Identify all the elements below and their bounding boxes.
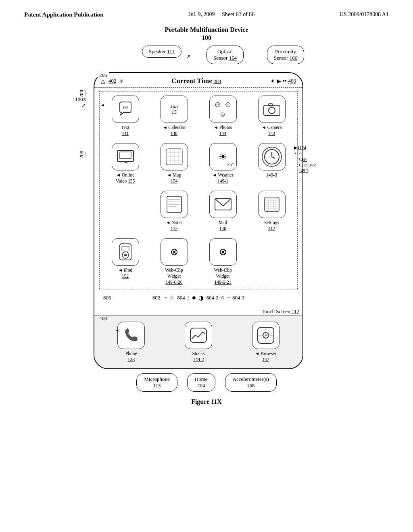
weather-app-label: ◄ Weather149-1 — [212, 172, 233, 184]
webclip1-icon-shape: ⊗ — [161, 238, 188, 266]
label-804-2: 804-2 — [206, 295, 218, 301]
app-map[interactable]: ◄ Map154 — [151, 141, 197, 186]
optical-label: OpticalSensor 164 — [213, 48, 237, 61]
video-app-label: ◄ OnlineVideo 155 — [116, 172, 135, 184]
map-app-label: ◄ Map154 — [167, 172, 181, 184]
notes-icon-shape — [161, 191, 188, 218]
indicator-circle-filled: ● — [192, 293, 196, 302]
webclip1-x-icon: ⊗ — [170, 246, 178, 258]
svg-rect-23 — [265, 197, 279, 212]
status-left-group: △ 402 ⌾ — [101, 78, 123, 85]
video-icon-shape — [112, 143, 139, 170]
status-402-label: 402 — [108, 78, 117, 84]
weather-sun-icon: ☀ — [219, 151, 227, 162]
phone-icon-shape — [117, 322, 145, 349]
app-clock[interactable]: ▶1124 + ·×-· 149-3 Cl4×Calculator149-3 — [248, 141, 295, 186]
stocks-app-label: Stocks149-2 — [192, 351, 205, 363]
indicator-tilde-right: ~ — [227, 295, 230, 301]
label-1100x-arrow: ↗ — [81, 102, 86, 109]
patent-sheet: Sheet 63 of 86 — [222, 11, 254, 17]
bracket-208-mid: 208 — [78, 151, 85, 159]
app-camera[interactable]: ◄ Camera143 — [248, 94, 295, 138]
figure-label: Figure 11X — [191, 398, 222, 405]
proximity-number: 166 — [290, 55, 298, 61]
camera-app-label: ◄ Camera143 — [261, 125, 282, 137]
webclip2-app-label: Web-ClipWidget149-6-21 — [214, 267, 232, 285]
map-icon-shape — [161, 143, 188, 170]
text-arrow: ◄ — [100, 103, 104, 107]
status-right-group: ✦ ▶ ▪▪ 406 — [270, 78, 296, 85]
dock-app-browser[interactable]: ◄ Browser147 — [251, 320, 280, 364]
speaker-number: 111 — [167, 48, 175, 54]
indicator-tilde-left: ~ — [164, 295, 167, 301]
device-frame: 206 △ 402 ⌾ Current Time 404 ✦ ▶ ▪▪ 406 — [94, 72, 303, 369]
app-calendar[interactable]: Jan15 ◄ Calendar148 — [151, 94, 197, 138]
label-804-1: 804-1 — [177, 295, 189, 301]
app-text[interactable]: IM Text141 ◄ — [102, 94, 148, 138]
settings-app-label: Settings412 — [264, 220, 279, 232]
microphone-sensor: Microphone113 — [136, 373, 177, 392]
app-online-video[interactable]: ◄ OnlineVideo 155 — [102, 141, 148, 186]
top-sensors-row: ↗ Speaker 111 OpticalSensor 164 Proximit… — [94, 46, 319, 68]
photos-app-label: ◄ Photos144 — [214, 125, 232, 137]
text-app-label: Text141 — [121, 125, 129, 137]
webclip2-icon-shape: ⊗ — [209, 238, 237, 266]
connector-arrow: ↗ — [186, 54, 190, 60]
app-weather[interactable]: ☀ 75° ◄ Weather149-1 — [200, 141, 246, 186]
mail-svg-icon — [214, 197, 232, 212]
camera-icon-shape — [258, 96, 286, 123]
dock-grid: Phone138 ◄ Stocks149-2 — [99, 320, 298, 364]
status-bar: △ 402 ⌾ Current Time 404 ✦ ▶ ▪▪ 406 — [94, 73, 302, 88]
device-frame-wrapper: 208 } 208 } 1100X ↗ 206 △ 402 ⌾ Current … — [94, 72, 319, 369]
mail-app-label: Mail140 — [219, 220, 227, 232]
proximity-sensor: ProximitySensor 166 — [267, 46, 304, 64]
chat-bubble-icon: IM — [117, 101, 133, 117]
bracket-208-mid-brace: } — [85, 151, 87, 157]
text-icon-shape: IM — [112, 96, 139, 123]
speaker-sensor: Speaker 111 — [142, 46, 181, 58]
svg-text:IM: IM — [123, 106, 127, 110]
weather-temp: 75° — [227, 162, 234, 168]
stocks-svg-icon — [190, 327, 207, 343]
app-settings[interactable]: Settings412 — [248, 189, 295, 233]
speaker-label: Speaker 111 — [149, 48, 175, 55]
camera-svg-icon — [263, 102, 281, 116]
optical-sensor: OpticalSensor 164 — [206, 46, 244, 64]
photos-icon-shape: ☺ ☺☺ — [209, 96, 237, 123]
svg-rect-5 — [120, 152, 131, 158]
notes-svg-icon — [165, 195, 183, 213]
mail-icon-shape — [209, 191, 237, 218]
browser-app-label: ◄ Browser147 — [255, 351, 276, 363]
proximity-label: ProximitySensor 166 — [274, 48, 297, 61]
phone-svg-icon — [123, 328, 139, 343]
app-webclip-1[interactable]: ⊗ Web-ClipWidget149-6-20 — [151, 237, 197, 287]
calculator-label: Cl4×Calculator149-3 — [299, 157, 316, 174]
label-1100x: 1100X — [73, 96, 87, 103]
app-ipod[interactable]: ◄ iPod152 — [102, 237, 148, 287]
ipod-app-label: ◄ iPod152 — [118, 267, 132, 279]
app-mail[interactable]: Mail140 — [200, 189, 246, 233]
app-grid: IM Text141 ◄ Jan15 ◄ Calendar148 — [99, 91, 298, 289]
status-signal-icon: △ — [101, 78, 105, 85]
app-webclip-2[interactable]: ⊗ Web-ClipWidget149-6-21 — [200, 237, 246, 287]
clock-icon-shape — [258, 143, 286, 170]
app-notes[interactable]: ◄ Notes153 — [151, 189, 197, 233]
app-photos[interactable]: ☺ ☺☺ ◄ Photos144 — [200, 94, 246, 138]
device-title: Portable Multifunction Device — [165, 26, 248, 33]
accelerometer-sensor: Accelerometer(s)168 — [225, 373, 277, 392]
browser-svg-icon — [257, 326, 275, 344]
svg-rect-40 — [122, 246, 129, 251]
dock-app-stocks[interactable]: Stocks149-2 — [184, 320, 213, 364]
label-804-3: 804-3 — [232, 295, 244, 301]
bluetooth-icon: ✦ — [270, 78, 275, 85]
webclip1-app-label: Web-ClipWidget149-6-20 — [165, 267, 183, 285]
patent-center-header: Jul. 9, 2009 Sheet 63 of 86 — [188, 11, 254, 18]
indicator-star: ☆ — [169, 294, 175, 301]
dock-app-phone[interactable]: Phone138 ◄ — [117, 320, 146, 364]
browser-icon-shape — [252, 322, 280, 349]
device-number: 100 — [202, 34, 211, 42]
clock-app-label: 149-3 — [266, 172, 277, 178]
settings-svg-icon — [263, 195, 281, 213]
current-time-number: 404 — [213, 78, 221, 84]
map-svg-icon — [165, 148, 183, 166]
